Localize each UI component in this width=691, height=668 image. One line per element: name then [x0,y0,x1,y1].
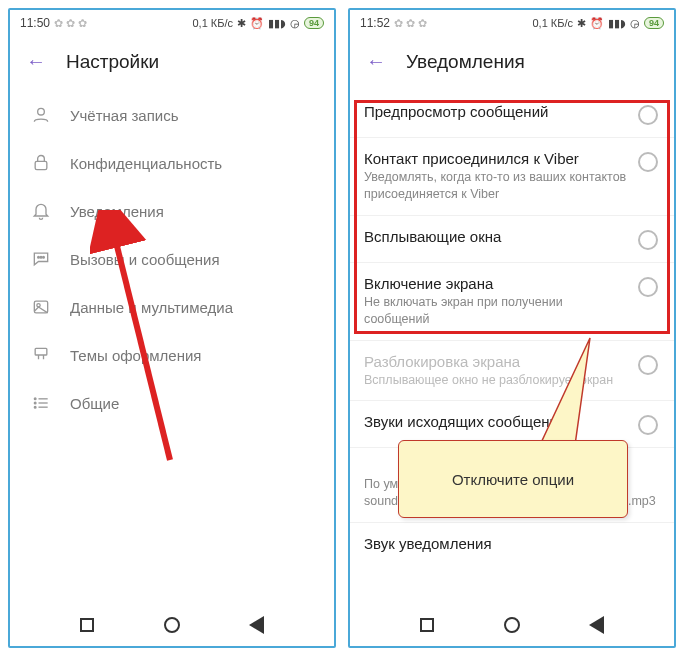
phone-notifications: 11:52 ✿ ✿ ✿ 0,1 КБ/с ✱ ⏰ ▮▮◗ ◶ 94 ← Увед… [348,8,676,648]
alarm-icon: ⏰ [590,17,604,30]
bell-icon [30,201,52,221]
svg-point-4 [43,257,45,259]
svg-point-12 [34,406,36,408]
notif-title: Всплывающие окна [364,228,628,245]
svg-point-8 [34,398,36,400]
header: ← Настройки [10,36,334,91]
nav-bar [10,604,334,646]
status-bar: 11:50 ✿ ✿ ✿ 0,1 КБ/с ✱ ⏰ ▮▮◗ ◶ 94 [10,10,334,36]
nav-bar [350,604,674,646]
notif-sub: Уведомлять, когда кто-то из ваших контак… [364,169,628,203]
nav-recent-icon[interactable] [420,618,434,632]
nav-back-icon[interactable] [249,616,264,634]
nav-home-icon[interactable] [504,617,520,633]
toggle-radio[interactable] [638,105,658,125]
annotation-callout-text: Отключите опции [452,471,574,488]
chat-icon [30,249,52,269]
svg-rect-1 [35,161,47,169]
battery-icon: 94 [644,17,664,29]
settings-item-label: Общие [70,395,119,412]
settings-item-privacy[interactable]: Конфиденциальность [10,139,334,187]
nav-back-icon[interactable] [589,616,604,634]
phone-settings: 11:50 ✿ ✿ ✿ 0,1 КБ/с ✱ ⏰ ▮▮◗ ◶ 94 ← Наст… [8,8,336,648]
status-gear-icon: ✿ ✿ ✿ [394,17,427,30]
settings-item-notifications[interactable]: Уведомления [10,187,334,235]
user-icon [30,105,52,125]
notif-sub: Не включать экран при получении сообщени… [364,294,628,328]
toggle-radio[interactable] [638,355,658,375]
settings-item-label: Уведомления [70,203,164,220]
image-icon [30,297,52,317]
lock-icon [30,153,52,173]
header: ← Уведомления [350,36,674,91]
settings-item-label: Конфиденциальность [70,155,222,172]
toggle-radio[interactable] [638,277,658,297]
toggle-radio[interactable] [638,152,658,172]
status-time: 11:50 [20,16,50,30]
settings-list: Учётная запись Конфиденциальность Уведом… [10,91,334,427]
settings-item-label: Вызовы и сообщения [70,251,220,268]
notif-title: Звук уведомления [364,535,658,552]
page-title: Настройки [66,51,159,73]
notif-title: Предпросмотр сообщений [364,103,628,120]
notif-item-notif-sound[interactable]: Звук уведомления [350,522,674,566]
back-arrow-icon[interactable]: ← [26,50,48,73]
status-gear-icon: ✿ ✿ ✿ [54,17,87,30]
brush-icon [30,345,52,365]
toggle-radio[interactable] [638,415,658,435]
settings-item-label: Учётная запись [70,107,179,124]
status-net: 0,1 КБ/с [532,17,573,29]
wifi-icon: ◶ [630,17,640,30]
nav-home-icon[interactable] [164,617,180,633]
notif-item-contact-joined[interactable]: Контакт присоединился к Viber Уведомлять… [350,137,674,215]
svg-point-0 [38,108,45,115]
page-title: Уведомления [406,51,525,73]
notif-item-unlock[interactable]: Разблокировка экрана Всплывающее окно не… [350,340,674,401]
battery-icon: 94 [304,17,324,29]
settings-item-label: Темы оформления [70,347,201,364]
status-bar: 11:52 ✿ ✿ ✿ 0,1 КБ/с ✱ ⏰ ▮▮◗ ◶ 94 [350,10,674,36]
notif-item-preview[interactable]: Предпросмотр сообщений [350,91,674,137]
toggle-radio[interactable] [638,230,658,250]
list-icon [30,393,52,413]
back-arrow-icon[interactable]: ← [366,50,388,73]
signal-icon: ▮▮◗ [268,17,286,30]
notif-item-screen-on[interactable]: Включение экрана Не включать экран при п… [350,262,674,340]
status-net: 0,1 КБ/с [192,17,233,29]
settings-item-media[interactable]: Данные и мультимедиа [10,283,334,331]
settings-item-account[interactable]: Учётная запись [10,91,334,139]
alarm-icon: ⏰ [250,17,264,30]
signal-icon: ▮▮◗ [608,17,626,30]
settings-item-calls[interactable]: Вызовы и сообщения [10,235,334,283]
notif-title: Звуки исходящих сообщений [364,413,628,430]
annotation-callout: Отключите опции [398,440,628,518]
svg-point-10 [34,402,36,404]
settings-item-general[interactable]: Общие [10,379,334,427]
bluetooth-icon: ✱ [577,17,586,30]
settings-item-themes[interactable]: Темы оформления [10,331,334,379]
notif-sub: Всплывающее окно не разблокирует экран [364,372,628,389]
wifi-icon: ◶ [290,17,300,30]
notif-item-popup[interactable]: Всплывающие окна [350,215,674,262]
nav-recent-icon[interactable] [80,618,94,632]
bluetooth-icon: ✱ [237,17,246,30]
svg-point-3 [40,257,42,259]
status-time: 11:52 [360,16,390,30]
notif-title: Включение экрана [364,275,628,292]
notif-title: Контакт присоединился к Viber [364,150,628,167]
svg-point-2 [38,257,40,259]
svg-rect-7 [35,348,47,355]
settings-item-label: Данные и мультимедиа [70,299,233,316]
notif-title: Разблокировка экрана [364,353,628,370]
